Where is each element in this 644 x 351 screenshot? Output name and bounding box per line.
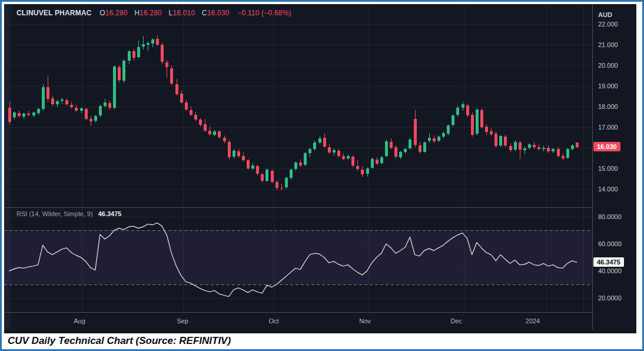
symbol-name: CLINUVEL PHARMAC xyxy=(16,9,92,17)
candle-body xyxy=(476,110,479,134)
screenshot-frame: CLINUVEL PHARMAC O16.280 H16.280 L16.010… xyxy=(0,0,644,351)
candle-body xyxy=(22,114,25,117)
candle-body xyxy=(199,120,202,125)
candle-body xyxy=(89,119,92,121)
candle-body xyxy=(85,109,88,119)
candle-body xyxy=(562,156,565,158)
candle-body xyxy=(566,149,569,158)
price-pane[interactable] xyxy=(4,4,592,207)
candle-body xyxy=(65,100,68,104)
candle-body xyxy=(571,145,574,149)
candle-body xyxy=(194,115,197,120)
candle-body xyxy=(237,151,240,157)
price-axis-label: 19.000 xyxy=(598,82,618,90)
candle-body xyxy=(337,151,340,156)
price-axis-label: 17.000 xyxy=(598,124,618,131)
candle-body xyxy=(261,174,264,181)
rsi-value-tag: 46.3475 xyxy=(593,257,624,267)
candle-body xyxy=(299,163,302,165)
candle-body xyxy=(404,149,407,152)
candle-body xyxy=(75,108,78,111)
rsi-axis-label: 80.0000 xyxy=(598,213,622,220)
price-axis-label: 15.000 xyxy=(598,165,618,172)
time-axis-label-aug: Aug xyxy=(74,317,85,324)
candle-body xyxy=(380,157,383,163)
candle-body xyxy=(499,136,502,145)
time-axis-scale[interactable]: AugSepOctNovDec2024 xyxy=(4,313,592,329)
currency-label: AUD xyxy=(598,11,612,18)
candle-body xyxy=(256,166,259,174)
candle-body xyxy=(385,141,388,156)
time-axis-label-sep: Sep xyxy=(177,317,188,324)
candle-body xyxy=(42,87,45,109)
candle-body xyxy=(265,170,268,181)
candle-body xyxy=(137,47,140,58)
candle-body xyxy=(547,148,550,151)
candle-body xyxy=(576,143,579,148)
candle-body xyxy=(399,152,402,157)
candle-body xyxy=(423,143,426,152)
candle-body xyxy=(452,115,454,125)
candle-body xyxy=(494,134,497,146)
candle-body xyxy=(419,145,421,152)
candle-body xyxy=(13,112,16,117)
candle-body xyxy=(27,114,30,115)
last-price-tag: 16.030 xyxy=(593,142,620,151)
candle-body xyxy=(371,159,374,168)
candle-body xyxy=(142,44,145,47)
candle-body xyxy=(132,51,135,58)
candle-body xyxy=(247,160,250,168)
candle-body xyxy=(323,138,326,147)
price-axis-scale[interactable]: AUD 22.00021.00020.00019.00018.00017.000… xyxy=(592,4,636,329)
candle-body xyxy=(542,148,545,149)
candle-body xyxy=(151,39,154,44)
candle-body xyxy=(533,145,536,147)
candle-body xyxy=(80,108,83,111)
price-change: −0.110 (−0.68%) xyxy=(237,9,291,17)
symbol-header: CLINUVEL PHARMAC O16.280 H16.280 L16.010… xyxy=(16,9,291,17)
candle-body xyxy=(61,100,64,101)
candle-body xyxy=(208,131,211,134)
trading-chart-widget[interactable]: CLINUVEL PHARMAC O16.280 H16.280 L16.010… xyxy=(4,4,636,333)
candle-body xyxy=(390,142,393,148)
rsi-indicator-label: RSI (14, Wilder, Simple, 9) xyxy=(16,210,93,217)
candle-body xyxy=(480,110,483,127)
candle-body xyxy=(99,106,102,115)
rsi-pane[interactable] xyxy=(4,207,592,312)
candle-body xyxy=(233,151,235,157)
price-axis-label: 20.000 xyxy=(598,62,618,69)
candle-body xyxy=(366,168,369,174)
candle-body xyxy=(32,112,35,115)
candle-body xyxy=(56,101,59,105)
candle-body xyxy=(304,153,307,165)
candle-body xyxy=(437,137,440,141)
rsi-axis-label: 60.0000 xyxy=(598,240,622,247)
ohlc-close: C16.030 xyxy=(202,9,230,17)
candle-body xyxy=(447,125,450,134)
candle-body xyxy=(342,156,345,158)
candle-body xyxy=(271,171,274,182)
candle-body xyxy=(485,127,488,132)
rsi-band xyxy=(4,230,592,284)
candle-body xyxy=(242,156,245,160)
candle-body xyxy=(308,149,311,153)
ohlc-low: L16.010 xyxy=(169,9,195,17)
rsi-axis-label: 40.0000 xyxy=(598,267,622,274)
candle-body xyxy=(118,67,121,80)
price-axis-label: 18.000 xyxy=(598,103,618,110)
rsi-indicator-header[interactable]: RSI (14, Wilder, Simple, 9) 46.3475 xyxy=(16,210,121,217)
candle-body xyxy=(456,108,459,115)
candle-body xyxy=(557,149,560,156)
candle-body xyxy=(180,94,183,102)
time-axis-label-nov: Nov xyxy=(359,317,371,324)
candle-body xyxy=(128,51,131,61)
pane-separator[interactable] xyxy=(4,207,636,208)
candle-body xyxy=(552,149,555,151)
candle-body xyxy=(122,61,125,81)
candle-body xyxy=(228,142,231,157)
candle-body xyxy=(509,146,512,150)
candle-body xyxy=(376,160,379,164)
candle-body xyxy=(519,143,522,150)
candle-body xyxy=(537,147,540,150)
time-axis-label-dec: Dec xyxy=(450,317,462,324)
